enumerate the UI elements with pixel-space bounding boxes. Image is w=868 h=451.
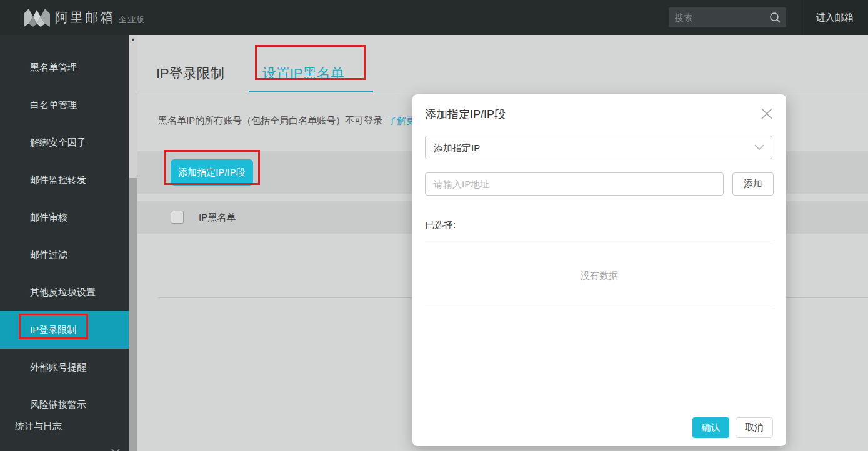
sidebar-item-unbind-factor[interactable]: 解绑安全因子 — [0, 124, 129, 161]
alimail-logo-icon — [22, 7, 51, 27]
add-ip-dialog: 添加指定IP/IP段 添加指定IP 添加 已选择: 没有数据 确认 取消 — [412, 94, 786, 446]
sidebar-nav: 黑名单管理 白名单管理 解绑安全因子 邮件监控转发 邮件审核 邮件过滤 其他反垃… — [0, 35, 129, 451]
tab-set-ip-blacklist[interactable]: 设置IP黑名单 — [262, 64, 344, 83]
enter-mailbox-button[interactable]: 进入邮箱 — [801, 0, 868, 35]
ip-address-input[interactable] — [425, 172, 724, 196]
blacklist-description: 黑名单IP的所有账号（包括全局白名单账号）不可登录了解更多 — [158, 115, 425, 127]
selected-label: 已选择: — [425, 219, 456, 231]
sidebar-item-mail-monitor[interactable]: 邮件监控转发 — [0, 161, 129, 199]
dialog-title: 添加指定IP/IP段 — [425, 107, 506, 122]
scrollbar-thumb[interactable] — [129, 178, 137, 451]
search-icon[interactable] — [769, 11, 781, 24]
tab-bar: IP登录限制 设置IP黑名单 — [137, 35, 868, 92]
brand-title: 阿里邮箱 — [55, 9, 115, 26]
sidebar-item-external-account[interactable]: 外部账号提醒 — [0, 349, 129, 386]
confirm-button[interactable]: 确认 — [692, 417, 729, 438]
sidebar-item-blacklist[interactable]: 黑名单管理 — [0, 49, 129, 86]
sidebar-section-stats-logs[interactable]: 统计与日志 — [0, 389, 129, 451]
chevron-down-icon — [111, 449, 120, 451]
ip-type-select[interactable]: 添加指定IP — [425, 136, 772, 159]
add-button[interactable]: 添加 — [732, 172, 774, 196]
close-icon[interactable] — [757, 104, 776, 123]
sidebar-scrollbar[interactable]: ▲ — [129, 35, 137, 451]
tab-ip-login-limit[interactable]: IP登录限制 — [156, 64, 224, 83]
sidebar-section-label: 统计与日志 — [15, 420, 62, 431]
topbar-search — [669, 7, 786, 27]
sidebar-item-mail-filter[interactable]: 邮件过滤 — [0, 236, 129, 274]
divider — [425, 244, 774, 244]
table-header-label: IP黑名单 — [199, 201, 236, 234]
ip-type-select-value: 添加指定IP — [434, 136, 480, 160]
select-all-checkbox[interactable] — [171, 211, 184, 224]
sidebar-item-antispam-other[interactable]: 其他反垃圾设置 — [0, 274, 129, 311]
empty-state-text: 没有数据 — [412, 270, 786, 282]
add-ip-button[interactable]: 添加指定IP/IP段 — [171, 159, 253, 186]
cancel-button[interactable]: 取消 — [736, 417, 773, 438]
active-tab-underline — [249, 91, 373, 92]
chevron-down-icon — [754, 144, 764, 151]
sidebar-item-whitelist[interactable]: 白名单管理 — [0, 86, 129, 124]
sidebar-item-mail-audit[interactable]: 邮件审核 — [0, 199, 129, 236]
divider — [425, 307, 774, 307]
topbar: 阿里邮箱 企业版 进入邮箱 — [0, 0, 868, 35]
sidebar-item-ip-login-limit[interactable]: IP登录限制 — [0, 311, 129, 349]
brand-edition-label: 企业版 — [119, 14, 145, 26]
scrollbar-up-arrow-icon[interactable]: ▲ — [129, 35, 137, 45]
